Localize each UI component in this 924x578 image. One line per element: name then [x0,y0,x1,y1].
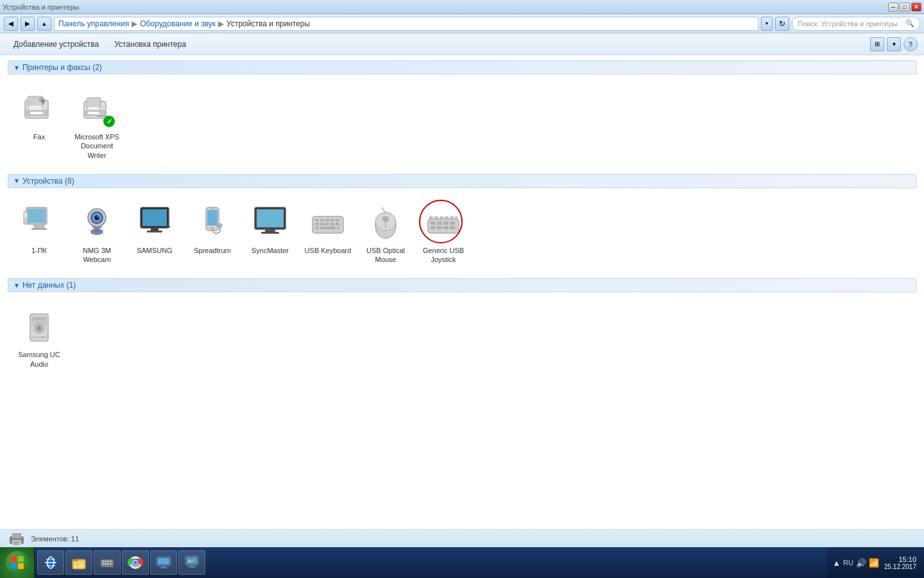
printers-section-header[interactable]: ▼ Принтеры и факсы (2) [8,60,916,74]
svg-rect-33 [207,210,218,225]
taskbar-explorer[interactable] [65,550,92,575]
device-usb-joystick[interactable]: Generic USBJoystick [415,198,472,268]
status-printer-icon [8,530,26,548]
keyboard-icon [310,205,346,241]
printers-grid: Fax ✓ Microsoft XPSDocument Writer [8,80,916,169]
search-bar[interactable]: Поиск: Устройства и принтеры 🔍 [792,17,920,31]
breadcrumb-hardware-sound[interactable]: Оборудование и звук [140,19,216,28]
svg-rect-46 [330,219,334,222]
device-1pc[interactable]: 1-ПК [10,198,68,268]
svg-rect-86 [13,541,20,543]
svg-rect-28 [151,228,158,231]
toolbar: Добавление устройства Установка принтера… [0,33,924,55]
nodata-section-title[interactable]: Нет данных (1) [22,281,76,290]
svg-point-79 [38,327,40,329]
address-dropdown[interactable]: ▾ [761,17,773,31]
svg-rect-120 [188,566,196,568]
taskbar-chrome[interactable] [122,550,149,575]
maximize-button[interactable]: □ [900,3,910,12]
back-button[interactable]: ◀ [4,17,18,31]
help-button[interactable]: ? [903,37,918,51]
svg-rect-80 [31,336,47,338]
audio-icon-container [19,306,60,347]
taskbar-keyboard[interactable] [94,550,121,575]
svg-rect-4 [30,112,43,114]
svg-rect-116 [158,558,169,565]
device-usb-mouse[interactable]: USB OpticalMouse [357,198,415,268]
ie-icon [43,555,58,570]
tray-language: RU [843,559,853,566]
svg-rect-106 [105,563,109,565]
svg-rect-84 [12,533,21,538]
svg-rect-16 [31,228,47,230]
printers-section-title[interactable]: Принтеры и факсы (2) [22,63,102,72]
breadcrumb-control-panel[interactable]: Панель управления [58,19,129,28]
devices-grid: 1-ПК NMG 3MWebcam [8,193,916,274]
svg-rect-45 [325,219,329,222]
toolbar-right: ⊞ ▾ ? [870,37,918,51]
webcam-icon [79,205,115,241]
webcam-label: NMG 3MWebcam [83,246,111,265]
svg-rect-67 [443,226,449,229]
svg-point-23 [98,215,99,217]
devices-section-title[interactable]: Устройства (8) [22,177,74,186]
tray-volume-icon[interactable]: 🔊 [856,558,866,568]
device-syncmaster[interactable]: SyncMaster [241,198,299,268]
svg-rect-55 [337,227,339,229]
svg-rect-40 [261,232,279,234]
svg-rect-73 [450,216,454,219]
main-content: ▼ Принтеры и факсы (2) Fax [0,55,924,529]
refresh-button[interactable]: ↻ [775,17,789,31]
taskbar: RU ▲ RU 🔊 📶 15:10 25.12.2017 [0,547,924,578]
close-button[interactable]: ✕ [911,3,921,12]
fax-icon-container [19,89,60,130]
nodata-section-header[interactable]: ▼ Нет данных (1) [8,278,916,292]
svg-rect-87 [13,543,19,545]
svg-point-31 [167,225,170,228]
svg-rect-68 [450,226,455,229]
view-button[interactable]: ⊞ [870,37,884,51]
view-dropdown-button[interactable]: ▾ [887,37,901,51]
minimize-button[interactable]: ─ [888,3,898,12]
device-samsung[interactable]: SAMSUNG [126,198,184,268]
add-device-button[interactable]: Добавление устройства [6,36,106,53]
start-button[interactable] [0,547,35,578]
forward-button[interactable]: ▶ [21,17,35,31]
svg-rect-99 [74,562,84,568]
svg-rect-52 [336,223,339,225]
status-count: Элементов: 11 [31,535,79,543]
taskbar-screen2[interactable]: RU [178,550,205,575]
svg-rect-47 [336,219,339,222]
device-samsung-audio[interactable]: Samsung UCAudio [10,302,68,372]
svg-rect-8 [87,98,101,108]
syncmaster-label: SyncMaster [252,246,289,255]
svg-rect-91 [18,563,24,569]
svg-rect-104 [110,561,112,562]
monitor2-icon [252,205,288,241]
windows-logo-icon [10,556,24,570]
svg-rect-44 [320,219,324,222]
usb-keyboard-label: USB Keyboard [305,246,352,255]
taskbar-screen1[interactable] [150,550,177,575]
joystick-icon [425,205,461,241]
svg-rect-53 [315,227,319,229]
svg-marker-15 [33,224,46,228]
taskbar-tray: ▲ RU 🔊 📶 15:10 25.12.2017 [827,547,924,578]
xps-label: Microsoft XPSDocument Writer [72,132,122,160]
device-usb-keyboard[interactable]: USB Keyboard [299,198,357,268]
tray-expand-icon[interactable]: ▲ [832,558,841,568]
install-printer-button[interactable]: Установка принтера [107,36,193,53]
svg-rect-90 [11,563,17,569]
devices-section-header[interactable]: ▼ Устройства (8) [8,174,916,188]
breadcrumb-current: Устройства и принтеры [227,19,310,28]
svg-rect-88 [11,556,17,562]
tray-network-icon[interactable]: 📶 [869,558,879,568]
device-webcam[interactable]: NMG 3MWebcam [68,198,126,268]
up-button[interactable]: ▲ [37,17,51,31]
svg-rect-101 [102,561,104,562]
device-spreadtrum[interactable]: Spreadtrum [184,198,241,268]
taskbar-ie[interactable] [37,550,64,575]
status-bar: Элементов: 11 [0,529,924,547]
device-xps-writer[interactable]: ✓ Microsoft XPSDocument Writer [68,85,126,164]
device-fax[interactable]: Fax [10,85,68,164]
